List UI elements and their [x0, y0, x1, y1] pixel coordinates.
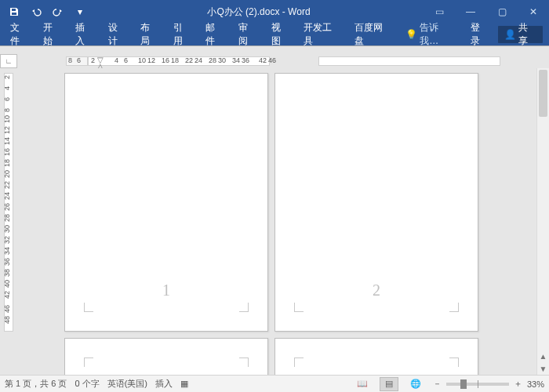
horizontal-ruler-row: ∟ ▽ △ 8 6 2 4 6 10 12 16 18 22 24 28 30 …: [0, 54, 549, 68]
svg-rect-1: [12, 13, 16, 15]
tab-design[interactable]: 设计: [101, 24, 134, 45]
tell-me-search[interactable]: 💡 告诉我…: [398, 24, 464, 45]
print-layout-button[interactable]: ▤: [380, 377, 398, 391]
page-2[interactable]: 2: [274, 73, 478, 332]
work-area: 2 4 6 8 10 12 14 16 18 20 22 24 26 28 30…: [0, 68, 549, 375]
word-count[interactable]: 0 个字: [75, 378, 99, 390]
svg-rect-0: [12, 9, 16, 11]
save-button[interactable]: [3, 1, 25, 23]
minimize-button[interactable]: —: [455, 0, 486, 24]
margin-mark-icon: [239, 303, 249, 312]
language-indicator[interactable]: 英语(美国): [107, 378, 147, 390]
tab-home[interactable]: 开始: [36, 24, 69, 45]
page-indicator[interactable]: 第 1 页，共 6 页: [5, 378, 67, 390]
tab-review[interactable]: 审阅: [231, 24, 264, 45]
ribbon-display-options-button[interactable]: ▭: [424, 0, 455, 24]
web-layout-button[interactable]: 🌐: [406, 377, 425, 391]
quick-access-toolbar: ▾: [0, 1, 94, 23]
page-3[interactable]: [64, 338, 268, 375]
tab-references[interactable]: 引用: [166, 24, 199, 45]
share-label: 共享: [518, 21, 536, 48]
page-4[interactable]: [274, 338, 478, 375]
margin-mark-icon: [84, 358, 93, 367]
tab-mailings[interactable]: 邮件: [198, 24, 231, 45]
zoom-percent[interactable]: 33%: [527, 379, 544, 389]
tab-file[interactable]: 文件: [3, 24, 36, 45]
zoom-control: － ＋ 33%: [433, 378, 544, 390]
tell-me-label: 告诉我…: [420, 21, 456, 48]
margin-mark-icon: [294, 358, 304, 367]
margin-mark-icon: [449, 358, 459, 367]
horizontal-ruler[interactable]: ▽ △ 8 6 2 4 6 10 12 16 18 22 24 28 30 34…: [19, 54, 549, 68]
lightbulb-icon: 💡: [405, 29, 417, 40]
vertical-scrollbar[interactable]: ▲ ▼: [536, 68, 549, 375]
insert-mode[interactable]: 插入: [155, 378, 173, 390]
ribbon-tabs: 文件 开始 插入 设计 布局 引用 邮件 审阅 视图 开发工具 百度网盘 💡 告…: [0, 24, 549, 45]
tab-view[interactable]: 视图: [264, 24, 297, 45]
scrollbar-thumb[interactable]: [539, 70, 547, 117]
window-controls: ▭ — ▢ ✕: [424, 0, 549, 24]
tab-developer[interactable]: 开发工具: [296, 24, 347, 45]
status-bar: 第 1 页，共 6 页 0 个字 英语(美国) 插入 ▦ 📖 ▤ 🌐 － ＋ 3…: [0, 375, 549, 392]
tab-layout[interactable]: 布局: [133, 24, 166, 45]
page-number: 2: [275, 281, 478, 299]
vertical-ruler[interactable]: 2 4 6 8 10 12 14 16 18 20 22 24 26 28 30…: [0, 68, 17, 375]
margin-mark-icon: [84, 303, 93, 312]
margin-mark-icon: [239, 358, 249, 367]
margin-mark-icon: [449, 303, 459, 312]
undo-button[interactable]: [25, 1, 47, 23]
tab-selector[interactable]: ∟: [0, 54, 17, 68]
ruler-gap: [0, 46, 549, 54]
redo-button[interactable]: [47, 1, 69, 23]
page-1[interactable]: 1: [64, 73, 268, 332]
scroll-up-icon[interactable]: ▲: [537, 350, 549, 362]
zoom-slider-handle[interactable]: [460, 379, 467, 389]
tab-baidu-netdisk[interactable]: 百度网盘: [347, 24, 398, 45]
document-canvas[interactable]: 1 2: [17, 68, 536, 375]
maximize-button[interactable]: ▢: [486, 0, 518, 24]
qat-customize-button[interactable]: ▾: [69, 1, 91, 23]
zoom-slider[interactable]: [446, 383, 509, 386]
share-button[interactable]: 👤 共享: [498, 26, 543, 43]
scroll-down-icon[interactable]: ▼: [537, 362, 549, 375]
zoom-out-button[interactable]: －: [433, 378, 442, 390]
read-mode-button[interactable]: 📖: [353, 377, 372, 391]
title-bar: ▾ 小Q办公 (2).docx - Word ▭ — ▢ ✕: [0, 0, 549, 24]
window-title: 小Q办公 (2).docx - Word: [94, 5, 424, 19]
zoom-in-button[interactable]: ＋: [514, 378, 522, 390]
zoom-slider-center-tick: [478, 380, 478, 388]
page-number: 1: [65, 281, 267, 299]
sign-in-button[interactable]: 登录: [464, 24, 496, 45]
margin-mark-icon: [294, 303, 304, 312]
page-grid: 1 2: [64, 73, 478, 375]
close-button[interactable]: ✕: [518, 0, 549, 24]
tab-insert[interactable]: 插入: [68, 24, 101, 45]
person-icon: 👤: [504, 29, 516, 40]
macro-recorder-icon[interactable]: ▦: [180, 379, 188, 389]
